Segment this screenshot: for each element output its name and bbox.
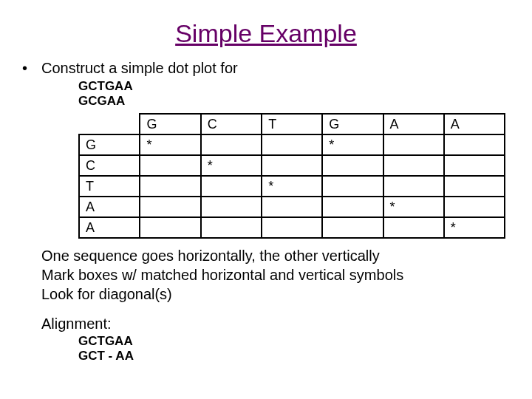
cell <box>322 155 383 176</box>
cell <box>444 176 505 197</box>
col-header: T <box>262 114 322 134</box>
input-sequences: GCTGAA GCGAA <box>78 79 505 109</box>
alignment-block: GCTGAA GCT - AA <box>78 334 505 364</box>
cell <box>383 155 444 176</box>
cell <box>444 197 505 217</box>
page-title: Simple Example <box>27 19 505 48</box>
alignment-line-1: GCTGAA <box>78 334 505 349</box>
col-header: G <box>140 114 200 134</box>
corner-cell <box>79 114 140 134</box>
dot-plot-table: G C T G A A G * * C * <box>78 113 505 239</box>
explanation-line: Mark boxes w/ matched horizontal and ver… <box>41 265 505 284</box>
cell <box>322 217 383 238</box>
cell: * <box>201 155 262 176</box>
col-header: C <box>201 114 262 134</box>
cell <box>262 155 322 176</box>
sequence-2: GCGAA <box>78 94 505 109</box>
cell <box>140 155 200 176</box>
cell <box>262 197 322 217</box>
cell <box>201 176 262 197</box>
cell <box>201 197 262 217</box>
table-row: G * * <box>79 134 505 155</box>
slide: Simple Example • Construct a simple dot … <box>0 0 532 364</box>
explanation-block: One sequence goes horizontally, the othe… <box>41 246 505 304</box>
cell: * <box>140 134 200 155</box>
row-header: C <box>79 155 140 176</box>
table-row: A * <box>79 217 505 238</box>
cell <box>383 134 444 155</box>
row-header: A <box>79 217 140 238</box>
cell <box>201 217 262 238</box>
row-header: T <box>79 176 140 197</box>
bullet-text: Construct a simple dot plot for <box>41 58 238 78</box>
bullet-marker: • <box>22 58 41 78</box>
cell: * <box>322 134 383 155</box>
cell <box>383 217 444 238</box>
cell: * <box>383 197 444 217</box>
cell <box>444 155 505 176</box>
col-header: G <box>322 114 383 134</box>
cell <box>383 176 444 197</box>
cell <box>262 217 322 238</box>
table-header-row: G C T G A A <box>79 114 505 134</box>
explanation-line: Look for diagonal(s) <box>41 284 505 304</box>
explanation-line: One sequence goes horizontally, the othe… <box>41 246 505 265</box>
cell <box>201 134 262 155</box>
cell <box>262 134 322 155</box>
row-header: A <box>79 197 140 217</box>
row-header: G <box>79 134 140 155</box>
alignment-line-2: GCT - AA <box>78 349 505 364</box>
table-row: A * <box>79 197 505 217</box>
cell <box>444 134 505 155</box>
alignment-label: Alignment: <box>41 316 505 332</box>
cell: * <box>262 176 322 197</box>
table-row: T * <box>79 176 505 197</box>
cell <box>322 197 383 217</box>
dot-plot-table-wrap: G C T G A A G * * C * <box>78 113 505 239</box>
cell <box>140 217 200 238</box>
sequence-1: GCTGAA <box>78 79 505 94</box>
cell <box>140 176 200 197</box>
col-header: A <box>444 114 505 134</box>
col-header: A <box>383 114 444 134</box>
table-row: C * <box>79 155 505 176</box>
cell: * <box>444 217 505 238</box>
cell <box>140 197 200 217</box>
bullet-item: • Construct a simple dot plot for <box>22 58 505 78</box>
cell <box>322 176 383 197</box>
